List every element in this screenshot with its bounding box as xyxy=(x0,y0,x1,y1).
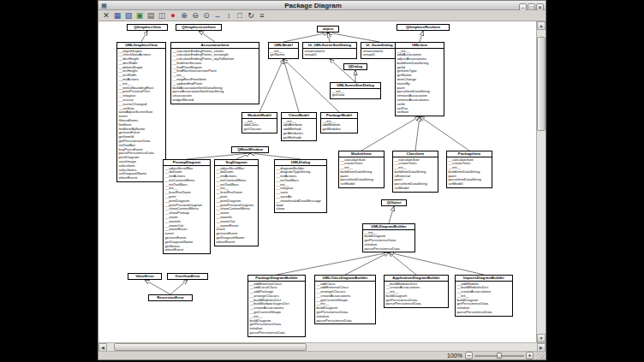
class-box-QDialog[interactable]: QDialog xyxy=(343,63,367,70)
class-box-AssociationItem[interactable]: AssociationItem__calculateEndingPoints_c… xyxy=(170,42,259,104)
method-list: __init__addModulegetModules xyxy=(321,119,357,133)
method-list: __addClass__addExternalClass__arrangeCla… xyxy=(315,282,375,323)
vertical-scroll-thumb[interactable] xyxy=(537,37,546,131)
class-box-ImportsDiagramBuilder[interactable]: ImportsDiagramBuilder__addModule__buildM… xyxy=(455,275,513,317)
class-box-ClassItem[interactable]: ClassItem__calculateSize__createTexts__i… xyxy=(392,151,438,193)
zoom-out-button[interactable]: − xyxy=(465,352,473,359)
scroll-up-button[interactable]: ▲ xyxy=(537,21,546,30)
method: setupUi xyxy=(361,53,397,57)
increase-height-icon[interactable]: ↕ xyxy=(224,10,234,21)
class-name: PackageModel xyxy=(321,113,357,119)
inheritance-edge xyxy=(187,153,250,159)
class-box-Ui_ZoomDialog[interactable]: Ui_ZoomDialogretranslateUisetupUi xyxy=(361,42,398,59)
class-box-ModuleItem[interactable]: ModuleItem__calculateSize__createTexts__… xyxy=(338,151,385,188)
class-name: UMLSceneSizeDialog xyxy=(331,83,380,89)
class-box-QGraphicsRectItem[interactable]: QGraphicsRectItem xyxy=(397,24,450,31)
scroll-down-button[interactable]: ▼ xyxy=(537,334,546,342)
class-name: UMLClassDiagramBuilder xyxy=(315,276,375,282)
horizontal-scroll-thumb[interactable] xyxy=(114,343,307,351)
re-layout-icon[interactable]: ↻ xyxy=(246,10,256,21)
method: getClasses xyxy=(242,128,277,132)
class-box-object[interactable]: object xyxy=(317,26,339,33)
class-box-RecursionError[interactable]: RecursionError xyxy=(148,294,193,301)
titlebar[interactable]: ▦ Package Diagram –▢✕ xyxy=(98,1,546,10)
method-list: __init__getData xyxy=(331,89,380,98)
zoom-slider-handle[interactable] xyxy=(497,353,502,359)
method: setModel xyxy=(339,182,384,187)
app-window: ▦ Package Diagram –▢✕ ✕▦▧▣▤◫●⊕⊖⊙↔↕□↻≡ QG… xyxy=(98,0,546,360)
class-name: ClassItem xyxy=(393,151,438,157)
class-box-ApplicationDiagramBuilder[interactable]: ApplicationDiagramBuilder__buildModulesD… xyxy=(384,275,449,308)
class-name: AssociationItem xyxy=(171,43,259,49)
class-box-SvgDiagram[interactable]: SvgDiagram__adjustScrollBar__doZoom__ini… xyxy=(214,159,259,246)
close-window-icon[interactable]: ✕ xyxy=(101,10,111,21)
zoom-in-icon[interactable]: ⊕ xyxy=(179,10,189,21)
class-box-UMLDiagramBuilder[interactable]: UMLDiagramBuilder__init__buildDiagramget… xyxy=(362,223,415,252)
save-as-icon[interactable]: ▧ xyxy=(123,10,134,21)
class-box-UMLGraphicsView[interactable]: UMLGraphicsView__alignShapes__checkSizeA… xyxy=(116,42,166,182)
vertical-scroll-track[interactable] xyxy=(537,30,546,334)
main-area: QGraphicsViewQGraphicsLineItemobjectQGra… xyxy=(98,21,546,342)
vertical-scrollbar[interactable]: ▲ ▼ xyxy=(537,21,546,342)
inheritance-edge xyxy=(283,59,299,112)
class-box-OverflowError[interactable]: OverflowError xyxy=(167,273,208,280)
zoom-in-button[interactable]: + xyxy=(526,352,534,359)
class-box-UMLClassDiagramBuilder[interactable]: UMLClassDiagramBuilder__addClass__addExt… xyxy=(314,275,376,324)
zoom-reset-icon[interactable]: ⊙ xyxy=(201,10,212,21)
method-list: __adjustScrollBar__doZoom__initActions__… xyxy=(164,166,210,253)
method: wheelEvent xyxy=(117,176,165,181)
method-list: __init__addAssociationadjustAssociations… xyxy=(396,49,444,116)
class-box-PackageItem[interactable]: PackageItem__calculateSize__createTexts_… xyxy=(446,151,492,188)
align-icon[interactable]: ≡ xyxy=(257,10,267,21)
method-list: __init__addClassgetClasses xyxy=(242,119,277,133)
class-box-UMLModel[interactable]: UMLModel__init__getName xyxy=(268,42,299,59)
zoom-slider[interactable] xyxy=(474,352,524,359)
save-icon[interactable]: ▦ xyxy=(112,10,122,21)
horizontal-scroll-track[interactable] xyxy=(107,343,537,351)
class-box-ClassModel[interactable]: ClassModel__init__addAttributeaddMethodg… xyxy=(281,112,317,141)
app-icon: ▦ xyxy=(100,2,108,9)
class-box-UMLSceneSizeDialog[interactable]: UMLSceneSizeDialog__init__getData xyxy=(330,82,381,99)
increase-width-icon[interactable]: ↔ xyxy=(212,10,223,21)
method: getName xyxy=(269,53,298,57)
method: setModel xyxy=(393,187,438,191)
class-box-PackageModel[interactable]: PackageModel__init__addModulegetModules xyxy=(320,112,358,134)
class-box-ModuleModel[interactable]: ModuleModel__init__addClassgetClasses xyxy=(242,112,277,134)
class-box-ValueError[interactable]: ValueError xyxy=(128,273,162,280)
method-list: __addExternalClass__addLocalClass__addPa… xyxy=(248,282,305,336)
method: setModel xyxy=(447,182,492,187)
class-box-UMLItem[interactable]: UMLItem__init__addAssociationadjustAssoc… xyxy=(395,42,444,116)
class-name: ModuleItem xyxy=(339,151,384,157)
class-box-Ui_UMLSceneSizeDialog[interactable]: Ui_UMLSceneSizeDialogretranslateUisetupU… xyxy=(302,42,357,59)
inheritance-edge xyxy=(141,31,147,42)
class-name: Ui_ZoomDialog xyxy=(361,43,397,49)
class-box-PackageDiagramBuilder[interactable]: PackageDiagramBuilder__addExternalClass_… xyxy=(247,275,306,337)
class-box-QMainWindow[interactable]: QMainWindow xyxy=(231,146,269,153)
print-preview-icon[interactable]: ◫ xyxy=(157,10,167,21)
class-box-QGraphicsView[interactable]: QGraphicsView xyxy=(127,24,168,31)
set-size-icon[interactable]: □ xyxy=(235,10,245,21)
print-icon[interactable]: ▤ xyxy=(146,10,156,21)
class-box-PixmapDiagram[interactable]: PixmapDiagram__adjustScrollBar__doZoom__… xyxy=(163,159,211,254)
method-list: __init__getName xyxy=(269,49,298,58)
inheritance-edge xyxy=(145,280,170,294)
zoom-out-icon[interactable]: ⊖ xyxy=(190,10,200,21)
class-name: QGraphicsView xyxy=(128,25,167,30)
save-image-icon[interactable]: ▣ xyxy=(134,10,145,21)
class-name: ImportsDiagramBuilder xyxy=(456,276,512,282)
method: getModules xyxy=(321,128,357,132)
record-icon[interactable]: ● xyxy=(168,10,178,21)
class-name: PackageDiagramBuilder xyxy=(248,276,305,282)
resize-grip[interactable] xyxy=(536,352,545,359)
inheritance-edge xyxy=(170,280,188,294)
class-box-QGraphicsLineItem[interactable]: QGraphicsLineItem xyxy=(176,24,222,31)
inheritance-edge xyxy=(328,33,330,42)
toolbar: ✕▦▧▣▤◫●⊕⊖⊙↔↕□↻≡ xyxy=(98,10,546,21)
class-box-QObject[interactable]: QObject xyxy=(381,199,407,206)
class-box-UMLDialog[interactable]: UMLDialog__diagramBuilder__diagramTypeSt… xyxy=(274,159,327,213)
horizontal-scrollbar[interactable]: ◀ ▶ xyxy=(98,342,546,351)
diagram-canvas[interactable]: QGraphicsViewQGraphicsLineItemobjectQGra… xyxy=(98,21,537,342)
method: parsePersistenceData xyxy=(363,247,414,252)
inheritance-edge xyxy=(415,116,420,151)
method-list: __init__addAttributeaddMethodgetAttribut… xyxy=(282,119,316,140)
